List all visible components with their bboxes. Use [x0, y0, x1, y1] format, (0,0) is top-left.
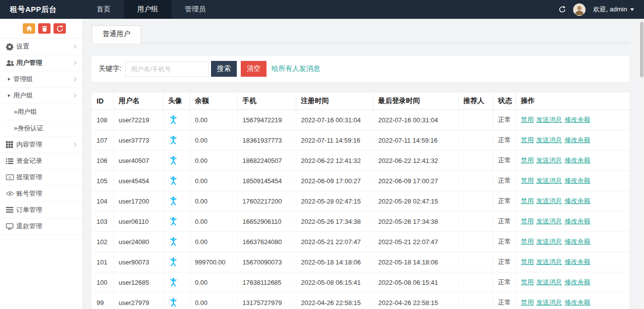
sidebar-item-5[interactable]: »身份认证 [0, 120, 83, 137]
sidebar-item-label: 账号管理 [16, 189, 42, 198]
balance-cell: 0.00 [190, 211, 237, 232]
refresh-button[interactable] [54, 23, 66, 34]
modify-balance-link[interactable]: 修改余额 [565, 299, 590, 306]
last_login-cell: 2022-05-26 17:34:38 [373, 211, 458, 232]
user-avatar[interactable] [573, 3, 586, 16]
send-message-link[interactable]: 发送消息 [537, 177, 562, 184]
send-message-link[interactable]: 发送消息 [537, 238, 562, 245]
nav-item-0[interactable]: 首页 [83, 0, 124, 19]
actions-cell: 禁用发送消息修改余额 [516, 110, 629, 130]
home-button[interactable] [23, 23, 35, 34]
send-message-link[interactable]: 发送消息 [537, 116, 562, 123]
refresh-icon[interactable] [559, 6, 566, 13]
modify-balance-link[interactable]: 修改余额 [565, 217, 590, 225]
sidebar-item-8[interactable]: 0提现管理 [0, 169, 83, 186]
sidebar-item-1[interactable]: 用户管理 [0, 55, 83, 71]
sidebar-item-0[interactable]: 设置 [0, 39, 83, 55]
sidebar-item-3[interactable]: 用户组 [0, 88, 83, 104]
status-cell: 正常 [493, 252, 516, 272]
modify-balance-link[interactable]: 修改余额 [565, 278, 590, 286]
status-cell: 正常 [493, 272, 516, 293]
disable-link[interactable]: 禁用 [521, 116, 534, 123]
vertical-scrollbar[interactable] [640, 19, 644, 309]
avatar-cell [163, 191, 190, 211]
modify-balance-link[interactable]: 修改余额 [565, 177, 590, 184]
username-cell: user17200 [113, 191, 163, 211]
id-cell: 102 [92, 232, 113, 252]
username-cell: user72219 [113, 110, 163, 130]
search-button[interactable]: 搜索 [211, 61, 237, 77]
id-cell: 101 [92, 252, 113, 272]
disable-link[interactable]: 禁用 [521, 258, 534, 265]
avatar-cell [163, 211, 190, 232]
user-menu[interactable]: 欢迎, admin [593, 5, 634, 14]
reg_time-cell: 2022-05-08 06:15:41 [296, 272, 373, 293]
list-icon [6, 158, 16, 164]
modify-balance-link[interactable]: 修改余额 [565, 258, 590, 265]
modify-balance-link[interactable]: 修改余额 [565, 156, 590, 164]
disable-link[interactable]: 禁用 [521, 177, 534, 184]
username-cell: user45454 [113, 171, 163, 191]
keyword-input[interactable] [125, 61, 209, 77]
last_login-cell: 2022-07-11 14:59:16 [373, 130, 458, 151]
sidebar-menu: 设置用户管理管理组用户组»用户组»身份认证内容管理资金记录0提现管理账号管理订单… [0, 39, 83, 235]
phone-cell: 16637624080 [237, 232, 296, 252]
modify-balance-link[interactable]: 修改余额 [565, 197, 590, 205]
reg_time-cell: 2022-07-16 00:31:04 [296, 110, 373, 130]
modify-balance-link[interactable]: 修改余额 [565, 238, 590, 245]
table-row: 108user722190.00156794722192022-07-16 00… [92, 110, 629, 130]
balance-cell: 0.00 [190, 191, 237, 211]
balance-cell: 0.00 [190, 293, 237, 309]
disable-link[interactable]: 禁用 [521, 136, 534, 144]
disable-link[interactable]: 禁用 [521, 197, 534, 205]
send-message-link[interactable]: 发送消息 [537, 197, 562, 205]
nav-item-2[interactable]: 管理员 [171, 0, 219, 19]
disable-link[interactable]: 禁用 [521, 217, 534, 225]
id-cell: 105 [92, 171, 113, 191]
phone-cell: 17602217200 [237, 191, 296, 211]
gear-icon [6, 43, 16, 51]
phone-cell: 18682240507 [237, 151, 296, 171]
sidebar-item-6[interactable]: 内容管理 [0, 137, 83, 153]
disable-link[interactable]: 禁用 [521, 299, 534, 306]
send-message-link[interactable]: 发送消息 [537, 136, 562, 144]
sidebar-item-2[interactable]: 管理组 [0, 71, 83, 88]
tab-normal-users[interactable]: 普通用户 [92, 25, 141, 43]
username-cell: user40507 [113, 151, 163, 171]
balance-cell: 0.00 [190, 272, 237, 293]
sidebar-item-4[interactable]: »用户组 [0, 104, 83, 120]
sidebar-item-label: 订单管理 [16, 206, 42, 214]
sidebar-item-label: »用户组 [14, 107, 37, 116]
trash-icon [42, 26, 47, 32]
disable-link[interactable]: 禁用 [521, 238, 534, 245]
sidebar-item-9[interactable]: 账号管理 [0, 186, 83, 202]
send-message-link[interactable]: 发送消息 [537, 278, 562, 286]
eye-icon [6, 191, 16, 196]
last_login-cell: 2022-05-21 22:07:47 [373, 232, 458, 252]
send-message-link[interactable]: 发送消息 [537, 299, 562, 306]
nav-item-1[interactable]: 用户组 [124, 0, 171, 19]
disable-link[interactable]: 禁用 [521, 278, 534, 286]
main-content: 普通用户 关键字: 搜索 清空 给所有人发消息 ID用户名头像余额手机注册时间最… [83, 19, 644, 309]
column-header-7: 推荐人 [458, 93, 493, 110]
sidebar-item-10[interactable]: 订单管理 [0, 202, 83, 218]
column-header-0: ID [92, 93, 113, 110]
sidebar-item-7[interactable]: 资金记录 [0, 153, 83, 169]
phone-cell: 18509145454 [237, 171, 296, 191]
last_login-cell: 2022-07-16 00:31:04 [373, 110, 458, 130]
send-message-link[interactable]: 发送消息 [537, 156, 562, 164]
broadcast-all-link[interactable]: 给所有人发消息 [271, 64, 320, 73]
send-message-link[interactable]: 发送消息 [537, 217, 562, 225]
clear-button[interactable]: 清空 [241, 61, 267, 77]
avatar-cell [163, 151, 190, 171]
scrollbar-thumb[interactable] [640, 22, 644, 77]
sidebar-item-label: 提现管理 [16, 173, 42, 182]
send-message-link[interactable]: 发送消息 [537, 258, 562, 265]
svg-text:0: 0 [9, 175, 11, 180]
modify-balance-link[interactable]: 修改余额 [565, 136, 590, 144]
welcome-text: 欢迎, admin [593, 5, 627, 14]
disable-link[interactable]: 禁用 [521, 156, 534, 164]
sidebar-item-11[interactable]: 退款管理 [0, 218, 83, 235]
modify-balance-link[interactable]: 修改余额 [565, 116, 590, 123]
trash-button[interactable] [38, 23, 51, 34]
